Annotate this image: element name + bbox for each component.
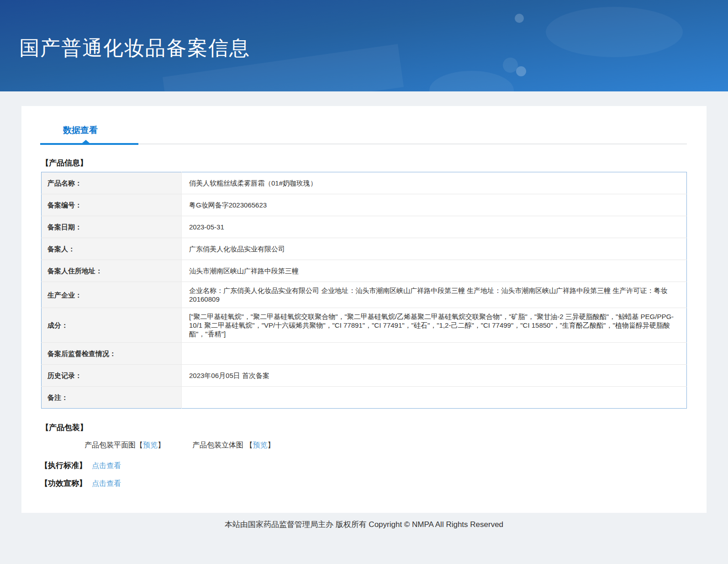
bracket-close: 】 [267,441,274,449]
decor-dot [516,66,526,76]
field-label: 备案人： [42,238,182,260]
decor-ellipse-bottom [429,71,514,91]
decor-ellipse-top-right [546,7,683,57]
field-value: 2023年06月05日 首次备案 [182,365,687,387]
packaging-heading: 【产品包装】 [41,422,707,433]
page-header: 国产普通化妆品备案信息 [0,0,728,91]
decor-dot [515,14,524,23]
table-row-remarks: 备注： [42,387,687,409]
efficacy-view-link[interactable]: 点击查看 [92,479,121,487]
field-label: 备案日期： [42,216,182,238]
packaging-row: 产品包装平面图【预览】产品包装立体图 【预览】 [84,441,707,450]
field-label: 备案编号： [42,194,182,216]
table-row-manufacturer: 生产企业： 企业名称：广东俏美人化妆品实业有限公司 企业地址：汕头市潮南区峡山广… [42,282,687,308]
table-row-filing-number: 备案编号： 粤G妆网备字2023065623 [42,194,687,216]
field-label: 备案人住所地址： [42,260,182,282]
table-row-filing-date: 备案日期： 2023-05-31 [42,216,687,238]
standard-view-link[interactable]: 点击查看 [92,462,121,469]
field-label: 生产企业： [42,282,182,308]
field-value [182,343,687,365]
field-value [182,387,687,409]
packaging-flat-label: 产品包装平面图 [84,441,136,449]
tab-bar: 数据查看 [21,106,707,146]
table-row-ingredients: 成分： ["聚二甲基硅氧烷"，"聚二甲基硅氧烷交联聚合物"，"聚二甲基硅氧烷/乙… [42,308,687,343]
page-footer: 本站由国家药品监督管理局主办 版权所有 Copyright © NMPA All… [0,519,728,557]
bracket-close: 】 [158,441,165,449]
page-title: 国产普通化妆品备案信息 [19,35,250,62]
efficacy-row: 【功效宣称】点击查看 [40,478,707,489]
efficacy-label: 【功效宣称】 [40,479,87,488]
bracket-open: 【 [136,441,143,449]
table-row-history: 历史记录： 2023年06月05日 首次备案 [42,365,687,387]
tab-divider-line [138,144,687,144]
product-info-heading: 【产品信息】 [41,158,707,168]
standard-row: 【执行标准】点击查看 [40,460,707,471]
table-row-filer: 备案人： 广东俏美人化妆品实业有限公司 [42,238,687,260]
table-row-filer-address: 备案人住所地址： 汕头市潮南区峡山广祥路中段第三幢 [42,260,687,282]
packaging-flat-item: 产品包装平面图【预览】 [84,441,165,449]
tab-underline [41,142,687,146]
tab-arrow-up-icon [82,140,90,143]
packaging-3d-item: 产品包装立体图 【预览】 [192,441,274,449]
field-label: 备案后监督检查情况： [42,343,182,365]
field-label: 成分： [42,308,182,343]
field-value: 粤G妆网备字2023065623 [182,194,687,216]
packaging-flat-preview-link[interactable]: 预览 [143,441,158,449]
packaging-3d-label: 产品包装立体图 [192,441,245,449]
field-value: 俏美人软糯丝绒柔雾唇霜（01#奶咖玫瑰） [182,172,687,194]
bracket-open: 【 [245,441,253,449]
tab-active-indicator [40,143,138,145]
field-value: 广东俏美人化妆品实业有限公司 [182,238,687,260]
content-card: 数据查看 【产品信息】 产品名称： 俏美人软糯丝绒柔雾唇霜（01#奶咖玫瑰） 备… [21,106,707,513]
table-row-supervision: 备案后监督检查情况： [42,343,687,365]
field-value: ["聚二甲基硅氧烷"，"聚二甲基硅氧烷交联聚合物"，"聚二甲基硅氧烷/乙烯基聚二… [182,308,687,343]
field-label: 历史记录： [42,365,182,387]
field-value: 2023-05-31 [182,216,687,238]
standard-label: 【执行标准】 [40,461,87,470]
field-label: 备注： [42,387,182,409]
copyright-text: 本站由国家药品监督管理局主办 版权所有 Copyright © NMPA All… [225,520,503,529]
tab-data-view[interactable]: 数据查看 [63,124,98,136]
table-row-product-name: 产品名称： 俏美人软糯丝绒柔雾唇霜（01#奶咖玫瑰） [42,172,687,194]
product-info-table: 产品名称： 俏美人软糯丝绒柔雾唇霜（01#奶咖玫瑰） 备案编号： 粤G妆网备字2… [41,172,687,409]
packaging-3d-preview-link[interactable]: 预览 [253,441,267,449]
field-value: 企业名称：广东俏美人化妆品实业有限公司 企业地址：汕头市潮南区峡山广祥路中段第三… [182,282,687,308]
field-label: 产品名称： [42,172,182,194]
field-value: 汕头市潮南区峡山广祥路中段第三幢 [182,260,687,282]
